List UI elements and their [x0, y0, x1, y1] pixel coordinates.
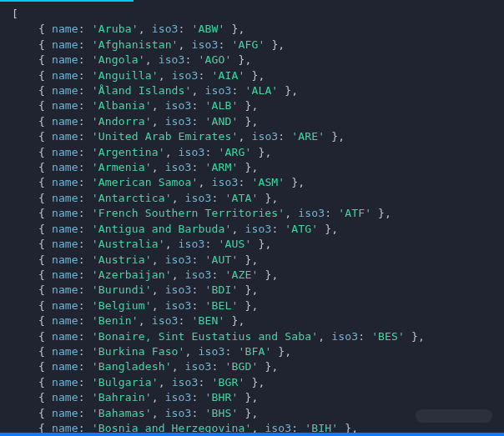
open-bracket: [ — [12, 8, 18, 20]
code-block: [ { name: 'Aruba', iso3: 'ABW' }, { name… — [0, 2, 504, 436]
minimap-scroll-hint[interactable] — [416, 409, 492, 423]
editor-bottom-accent — [0, 433, 504, 436]
